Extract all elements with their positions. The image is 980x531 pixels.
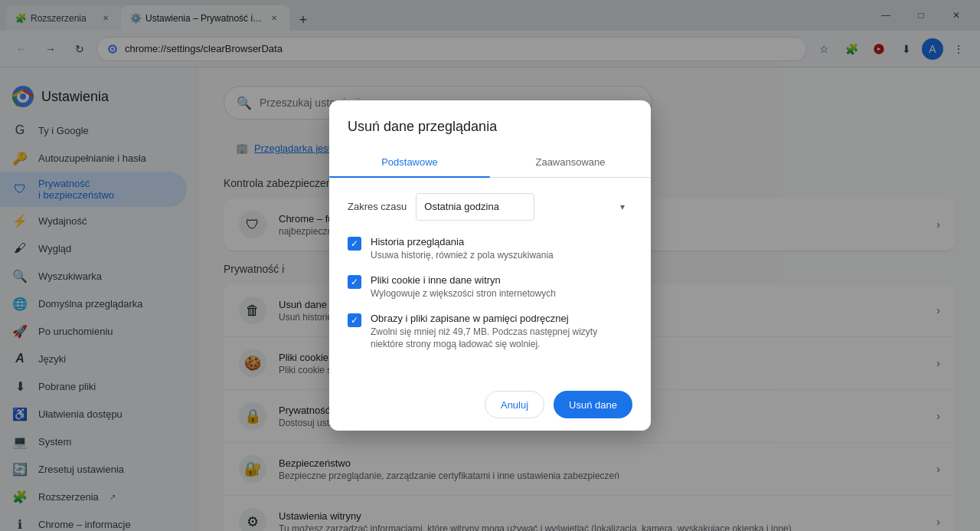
confirm-button[interactable]: Usuń dane [554, 391, 632, 418]
cache-desc: Zwolni się mniej niż 49,7 MB. Podczas na… [371, 326, 632, 352]
checkbox-cookies-input[interactable]: ✓ [348, 275, 361, 289]
time-range-label: Zakres czasu [348, 201, 407, 212]
modal-title: Usuń dane przeglądania [329, 100, 651, 135]
modal-tabs: Podstawowe Zaawansowane [329, 147, 651, 178]
time-range-select[interactable]: Ostatnia godzina Ostatnie 24 godziny Ost… [416, 193, 534, 221]
historia-desc: Usuwa historię, również z pola wyszukiwa… [371, 249, 554, 262]
time-range-row: Zakres czasu Ostatnia godzina Ostatnie 2… [348, 193, 632, 221]
time-range-select-wrapper: Ostatnia godzina Ostatnie 24 godziny Ost… [416, 193, 632, 221]
cookies-title: Pliki cookie i inne dane witryn [371, 274, 556, 286]
checkbox-cache-text: Obrazy i pliki zapisane w pamięci podręc… [371, 313, 632, 352]
cache-title: Obrazy i pliki zapisane w pamięci podręc… [371, 313, 632, 324]
modal-overlay: Usuń dane przeglądania Podstawowe Zaawan… [0, 0, 980, 531]
modal-body: Zakres czasu Ostatnia godzina Ostatnie 2… [329, 178, 651, 379]
historia-title: Historia przeglądania [371, 236, 554, 247]
tab-podstawowe[interactable]: Podstawowe [329, 147, 490, 177]
checkbox-historia-text: Historia przeglądania Usuwa historię, ró… [371, 236, 554, 262]
cookies-desc: Wylogowuje z większości stron internetow… [371, 287, 556, 300]
checkbox-cookies-text: Pliki cookie i inne dane witryn Wylogowu… [371, 274, 556, 300]
checkmark-cache: ✓ [351, 315, 358, 326]
checkbox-cache-input[interactable]: ✓ [348, 313, 361, 327]
checkbox-historia: ✓ Historia przeglądania Usuwa historię, … [348, 236, 632, 262]
checkbox-cookies: ✓ Pliki cookie i inne dane witryn Wylogo… [348, 274, 632, 300]
checkbox-cache: ✓ Obrazy i pliki zapisane w pamięci podr… [348, 313, 632, 352]
tab-zaawansowane[interactable]: Zaawansowane [490, 147, 651, 177]
checkmark-cookies: ✓ [351, 277, 358, 287]
checkmark-historia: ✓ [351, 238, 358, 249]
modal-footer: Anuluj Usuń dane [329, 379, 651, 431]
cancel-button[interactable]: Anuluj [485, 391, 544, 418]
checkbox-historia-input[interactable]: ✓ [348, 237, 361, 251]
clear-data-modal: Usuń dane przeglądania Podstawowe Zaawan… [329, 100, 651, 431]
